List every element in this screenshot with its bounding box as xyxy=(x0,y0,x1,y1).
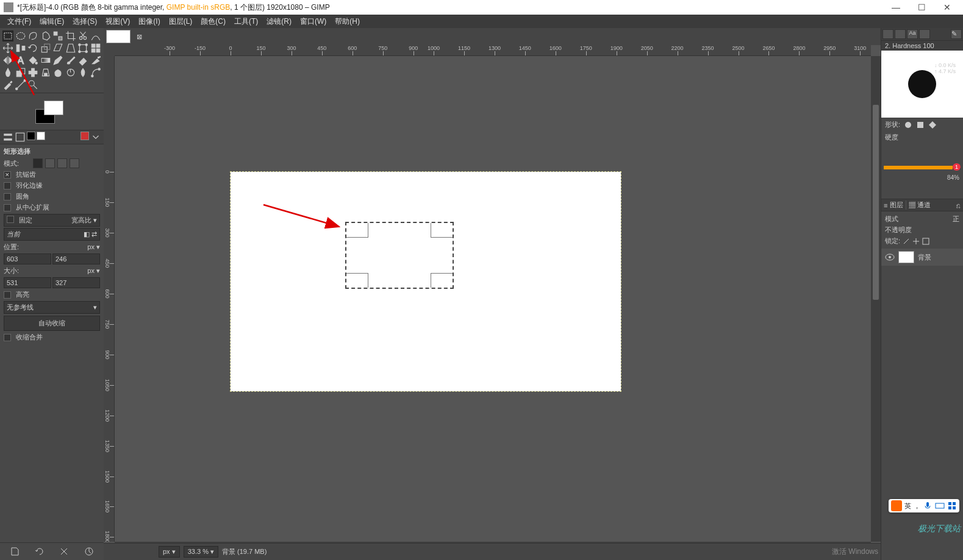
save-preset-icon[interactable] xyxy=(10,547,20,556)
move-tool-icon[interactable] xyxy=(2,43,13,54)
close-button[interactable]: ✕ xyxy=(935,1,959,14)
mode-intersect-icon[interactable] xyxy=(70,158,79,168)
scissors-tool-icon[interactable] xyxy=(77,30,88,41)
paths-tab-icon[interactable]: ⎌ xyxy=(956,202,961,209)
gradient-tool-icon[interactable] xyxy=(40,55,51,66)
clone-tool-icon[interactable] xyxy=(15,67,26,78)
ime-keyboard-icon[interactable] xyxy=(935,501,945,511)
selection-marquee[interactable] xyxy=(345,222,454,289)
mode-replace-icon[interactable] xyxy=(33,158,43,168)
document-close-icon[interactable]: ⊠ xyxy=(134,32,144,41)
menu-image[interactable]: 图像(I) xyxy=(135,15,163,28)
flip-tool-icon[interactable] xyxy=(2,55,13,66)
scale-tool-icon[interactable] xyxy=(40,43,51,54)
vertical-scrollbar[interactable] xyxy=(871,56,881,542)
antialias-checkbox[interactable]: ✕ xyxy=(4,171,11,179)
foreground-select-tool-icon[interactable] xyxy=(90,30,101,41)
horizontal-ruler[interactable]: -300-15001503004506007509001000115013001… xyxy=(115,45,871,56)
fg-bg-color-widget[interactable] xyxy=(0,97,104,126)
ime-widget[interactable]: 英 ， xyxy=(889,499,959,512)
history-tab-icon[interactable] xyxy=(919,29,930,39)
maximize-button[interactable]: ☐ xyxy=(909,1,934,14)
zoom-dropdown[interactable]: 33.3 % ▾ xyxy=(184,546,218,558)
mode-subtract-icon[interactable] xyxy=(57,158,67,168)
guides-dropdown[interactable]: 无参考线▾ xyxy=(4,301,100,314)
expand-checkbox[interactable] xyxy=(4,204,11,211)
ime-settings-icon[interactable] xyxy=(947,501,957,511)
lock-alpha-icon[interactable] xyxy=(922,238,929,245)
blur-sharpen-tool-icon[interactable] xyxy=(77,67,88,78)
fg-color-swatch[interactable] xyxy=(44,101,63,115)
channels-tab[interactable]: ▦ 通道 xyxy=(906,200,931,210)
by-color-select-tool-icon[interactable] xyxy=(52,30,63,41)
feather-checkbox[interactable] xyxy=(4,182,11,190)
measure-tool-icon[interactable] xyxy=(15,79,26,90)
patterns-tab-icon[interactable] xyxy=(895,29,906,39)
paths-tool-icon[interactable] xyxy=(90,67,101,78)
fonts-tab-icon[interactable]: Aa xyxy=(907,29,918,39)
lock-position-icon[interactable] xyxy=(912,238,920,245)
brush-slider[interactable]: 1 xyxy=(881,162,963,173)
menu-filters[interactable]: 滤镜(R) xyxy=(263,15,295,28)
eraser-tool-icon[interactable] xyxy=(77,55,88,66)
menu-select[interactable]: 选择(S) xyxy=(69,15,101,28)
shrink-merged-checkbox[interactable] xyxy=(4,334,11,341)
shape-circle-icon[interactable] xyxy=(904,121,912,129)
zoom-tool-icon[interactable] xyxy=(27,79,38,90)
menu-file[interactable]: 文件(F) xyxy=(4,15,35,28)
menu-tools[interactable]: 工具(T) xyxy=(231,15,262,28)
swatch-brush[interactable] xyxy=(81,132,89,140)
text-tool-icon[interactable]: A xyxy=(15,55,26,66)
position-y-input[interactable]: 246 xyxy=(52,253,100,264)
menu-help[interactable]: 帮助(H) xyxy=(331,15,363,28)
rotate-tool-icon[interactable] xyxy=(27,43,38,54)
delete-preset-icon[interactable] xyxy=(59,547,69,556)
canvas-viewport[interactable] xyxy=(115,56,871,542)
swatch-white[interactable] xyxy=(37,132,45,140)
layers-tab[interactable]: 图层 xyxy=(890,200,903,210)
editor-tab-icon[interactable]: ✎ xyxy=(951,29,962,39)
visibility-icon[interactable] xyxy=(885,253,895,261)
align-tool-icon[interactable] xyxy=(15,43,26,54)
smudge-tool-icon[interactable] xyxy=(52,67,63,78)
dock-menu-icon[interactable] xyxy=(90,132,101,143)
unified-transform-tool-icon[interactable] xyxy=(77,43,88,54)
restore-preset-icon[interactable] xyxy=(35,547,45,556)
menu-windows[interactable]: 窗口(W) xyxy=(296,15,330,28)
vertical-ruler[interactable]: 0150300450600750900105012001350150016501… xyxy=(104,56,115,542)
airbrush-tool-icon[interactable] xyxy=(90,55,101,66)
ellipse-select-tool-icon[interactable] xyxy=(15,30,26,41)
perspective-clone-tool-icon[interactable] xyxy=(40,67,51,78)
layer-name[interactable]: 背景 xyxy=(918,253,931,262)
dodge-burn-tool-icon[interactable] xyxy=(65,67,76,78)
minimize-button[interactable]: — xyxy=(884,1,908,14)
size-h-input[interactable]: 327 xyxy=(52,277,100,288)
highlight-checkbox[interactable] xyxy=(4,291,11,299)
pencil-tool-icon[interactable] xyxy=(52,55,63,66)
shape-diamond-icon[interactable] xyxy=(928,121,937,129)
lock-pixels-icon[interactable] xyxy=(903,238,910,245)
mode-add-icon[interactable] xyxy=(45,158,55,168)
position-x-input[interactable]: 603 xyxy=(4,253,51,264)
fuzzy-select-tool-icon[interactable] xyxy=(40,30,51,41)
auto-shrink-button[interactable]: 自动收缩 xyxy=(4,316,100,331)
menu-layer[interactable]: 图层(L) xyxy=(165,15,196,28)
menu-edit[interactable]: 编辑(E) xyxy=(36,15,68,28)
color-picker-tool-icon[interactable] xyxy=(2,79,13,90)
fixed-dropdown[interactable]: 固定 宽高比 ▾ xyxy=(4,214,100,227)
free-select-tool-icon[interactable] xyxy=(27,30,38,41)
paintbrush-tool-icon[interactable] xyxy=(65,55,76,66)
brushes-tab-icon[interactable] xyxy=(882,29,893,39)
shape-square-icon[interactable] xyxy=(916,121,925,129)
swatch-black[interactable] xyxy=(27,132,35,140)
layer-row[interactable]: 背景 xyxy=(881,249,963,266)
menu-colors[interactable]: 颜色(C) xyxy=(197,15,229,28)
unit-dropdown[interactable]: px ▾ xyxy=(159,546,180,558)
heal-tool-icon[interactable] xyxy=(27,67,38,78)
bucket-fill-tool-icon[interactable] xyxy=(27,55,38,66)
rectangle-select-tool-icon[interactable] xyxy=(2,30,13,41)
document-tab[interactable] xyxy=(106,30,131,43)
size-w-input[interactable]: 531 xyxy=(4,277,51,288)
crop-tool-icon[interactable] xyxy=(65,30,76,41)
rounded-checkbox[interactable] xyxy=(4,193,11,200)
